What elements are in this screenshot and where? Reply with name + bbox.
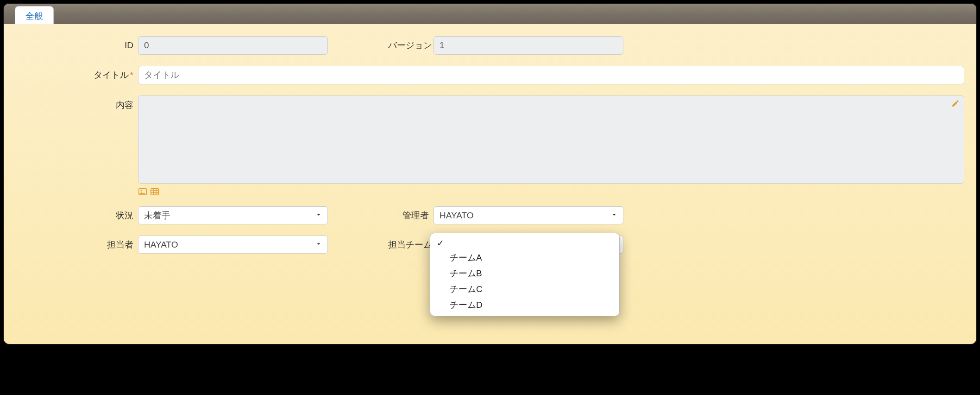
form-area: ID バージョン タイトル* 内容 [4,24,976,272]
label-id: ID [16,40,138,51]
version-field [433,36,623,55]
label-manager: 管理者 [388,210,433,222]
tab-bar: 全般 [4,4,976,24]
team-option[interactable]: チームB [430,266,619,281]
label-version: バージョン [388,39,433,51]
label-team: 担当チーム [388,239,433,251]
assignee-select[interactable]: HAYATO [138,236,328,254]
team-option[interactable]: チームD [430,297,619,313]
manager-select[interactable]: HAYATO [433,206,623,224]
id-field [138,36,328,55]
content-textarea[interactable] [138,96,964,184]
row-status-manager: 状況 未着手 管理者 HAYATO [16,206,964,224]
label-title-text: タイトル [94,70,129,80]
label-content: 内容 [16,96,138,111]
table-icon[interactable] [150,188,159,195]
label-title: タイトル* [16,69,138,81]
team-option[interactable]: チームC [430,281,619,297]
label-assignee: 担当者 [16,239,138,251]
content-tool-icons [138,188,964,195]
form-window: 全般 ID バージョン タイトル* 内容 [3,3,977,345]
team-option[interactable] [430,236,619,250]
edit-icon[interactable] [951,99,960,110]
title-input[interactable] [138,66,964,84]
row-title: タイトル* [16,66,964,84]
row-content: 内容 [16,96,964,195]
team-option[interactable]: チームA [430,250,619,266]
required-mark: * [130,70,133,80]
svg-rect-2 [151,188,159,195]
image-icon[interactable] [138,188,147,195]
status-select[interactable]: 未着手 [138,206,328,224]
team-dropdown-popup[interactable]: チームAチームBチームCチームD [430,233,620,316]
row-id-version: ID バージョン [16,36,964,55]
row-assignee-team: 担当者 HAYATO 担当チーム チームAチームBチームCチームD [16,236,964,254]
label-status: 状況 [16,210,138,222]
content-wrap [138,96,964,195]
svg-point-1 [141,190,142,191]
tab-general[interactable]: 全般 [15,6,54,24]
